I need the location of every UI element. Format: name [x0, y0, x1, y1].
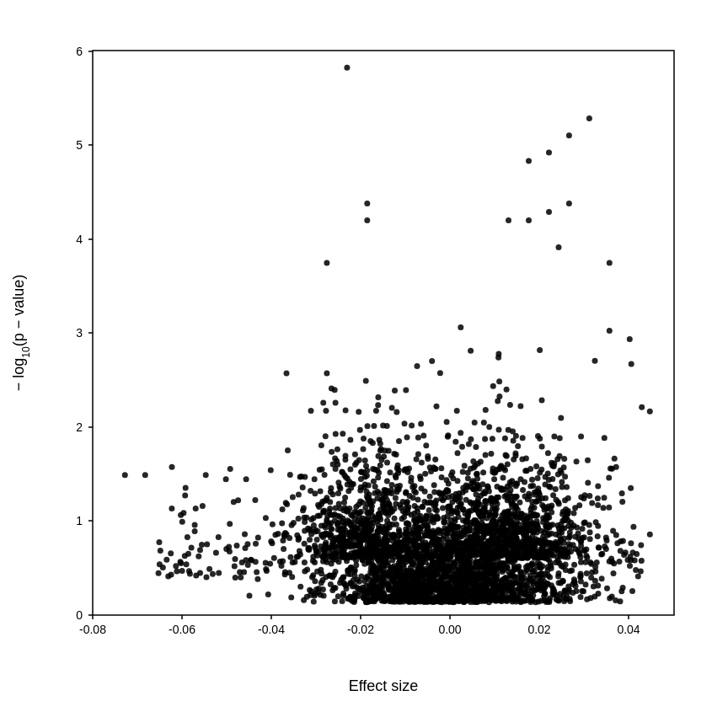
svg-point-3315 [487, 513, 493, 519]
svg-text:-0.06: -0.06 [169, 623, 195, 636]
svg-point-1242 [318, 580, 324, 586]
svg-point-3283 [423, 514, 429, 520]
svg-point-3693 [495, 547, 500, 553]
svg-point-3469 [635, 574, 641, 580]
svg-point-3618 [618, 538, 624, 544]
svg-point-3736 [364, 201, 370, 206]
svg-point-3703 [242, 532, 248, 538]
svg-point-3566 [541, 549, 547, 554]
svg-point-3673 [638, 569, 644, 575]
svg-point-2605 [312, 543, 318, 549]
svg-point-3428 [528, 549, 534, 555]
svg-point-1031 [328, 581, 334, 587]
svg-point-3236 [595, 484, 601, 490]
svg-point-3545 [302, 569, 308, 575]
svg-point-3363 [544, 515, 550, 521]
svg-point-3407 [474, 538, 480, 544]
svg-point-3386 [473, 553, 479, 559]
svg-point-1997 [599, 575, 605, 581]
svg-point-3564 [204, 574, 210, 580]
svg-point-1996 [361, 595, 367, 601]
svg-point-3563 [382, 510, 388, 516]
svg-point-3084 [517, 515, 522, 521]
svg-point-226 [415, 363, 420, 369]
svg-point-3043 [433, 543, 439, 549]
svg-point-3706 [438, 574, 444, 580]
svg-point-3258 [427, 464, 433, 470]
svg-point-1485 [454, 408, 460, 414]
svg-point-2358 [343, 408, 349, 414]
svg-point-2745 [433, 498, 439, 504]
svg-point-3489 [404, 535, 410, 541]
svg-point-2666 [537, 347, 543, 353]
svg-point-2572 [356, 543, 362, 549]
svg-point-3297 [553, 486, 559, 492]
svg-point-3676 [283, 500, 289, 506]
svg-point-2603 [419, 459, 425, 465]
svg-point-3725 [323, 557, 329, 563]
svg-point-2014 [418, 476, 424, 482]
svg-point-3589 [507, 572, 513, 578]
svg-point-1850 [376, 593, 382, 599]
svg-point-1960 [369, 598, 375, 604]
svg-point-547 [559, 484, 565, 490]
svg-point-3748 [223, 476, 229, 482]
svg-point-3733 [566, 132, 572, 138]
svg-point-3595 [195, 554, 201, 559]
svg-point-3382 [481, 531, 487, 537]
svg-point-2568 [375, 402, 381, 408]
svg-point-3702 [243, 545, 249, 551]
svg-point-51 [571, 562, 577, 568]
svg-point-2814 [511, 457, 517, 463]
svg-point-3723 [310, 572, 316, 578]
svg-point-3735 [526, 158, 532, 164]
svg-point-2731 [455, 478, 461, 484]
svg-point-3387 [529, 527, 535, 533]
svg-point-3569 [421, 543, 427, 549]
svg-point-3420 [496, 378, 502, 384]
svg-point-2554 [343, 474, 349, 480]
svg-point-3518 [563, 552, 569, 558]
svg-point-642 [536, 599, 542, 605]
svg-point-3367 [522, 479, 527, 485]
svg-point-3241 [538, 540, 543, 546]
svg-point-2597 [377, 490, 383, 496]
svg-point-3339 [546, 484, 552, 490]
svg-point-2418 [402, 420, 408, 426]
svg-point-3745 [203, 472, 209, 478]
svg-point-2504 [397, 502, 403, 508]
svg-point-3506 [169, 506, 174, 511]
svg-point-675 [486, 424, 492, 430]
svg-point-1400 [340, 591, 346, 597]
svg-point-3038 [504, 387, 510, 393]
svg-point-3349 [499, 524, 505, 530]
svg-point-2826 [496, 426, 502, 432]
svg-point-2301 [296, 492, 302, 498]
svg-point-2975 [606, 475, 612, 481]
svg-point-2619 [364, 549, 370, 555]
svg-point-1371 [265, 592, 271, 597]
svg-point-3531 [569, 568, 575, 574]
svg-point-2956 [606, 505, 612, 511]
svg-point-2564 [335, 479, 341, 485]
svg-point-1330 [584, 570, 590, 576]
svg-point-3175 [484, 483, 490, 489]
svg-point-3471 [415, 546, 420, 552]
svg-point-1928 [541, 587, 547, 593]
svg-point-866 [458, 324, 463, 330]
svg-point-2448 [340, 469, 345, 475]
svg-point-3682 [378, 497, 384, 503]
svg-point-1835 [460, 586, 466, 592]
svg-point-2311 [380, 423, 386, 429]
svg-point-3460 [233, 556, 238, 562]
svg-point-3701 [287, 554, 293, 560]
svg-point-2773 [462, 463, 468, 468]
svg-point-2213 [361, 436, 367, 442]
svg-point-3683 [200, 503, 206, 509]
svg-point-2522 [369, 538, 375, 544]
svg-point-3513 [439, 562, 445, 568]
svg-point-2322 [317, 513, 323, 519]
svg-point-1563 [384, 460, 390, 466]
svg-point-1983 [556, 580, 562, 586]
svg-point-3422 [601, 505, 607, 511]
